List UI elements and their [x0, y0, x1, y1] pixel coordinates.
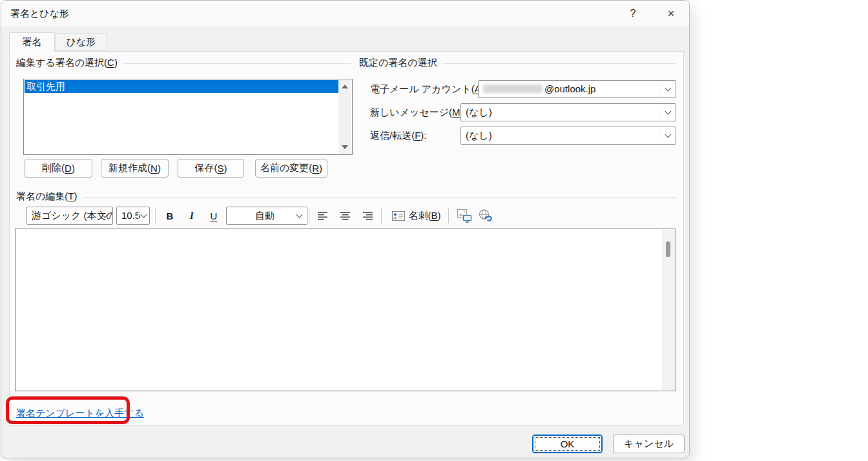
- get-signature-templates-link[interactable]: 署名テンプレートを入手する: [16, 407, 144, 420]
- italic-button[interactable]: I: [183, 207, 200, 225]
- default-group-label: 既定の署名の選択: [359, 57, 437, 69]
- tab-signature[interactable]: 署名: [9, 32, 55, 52]
- edit-select-group-label: 編集する署名の選択(C): [16, 57, 118, 69]
- new-message-value: (なし): [466, 107, 492, 118]
- new-message-label: 新しいメッセージ(M):: [370, 103, 466, 121]
- save-button[interactable]: 保存(S): [178, 159, 244, 178]
- screen: 署名とひな形 ? × 署名 ひな形 編集する署名の選択(C) 取引先用: [0, 0, 868, 461]
- insert-picture-button[interactable]: [455, 207, 473, 225]
- business-card-button[interactable]: 名刺(B): [388, 207, 446, 225]
- rename-button[interactable]: 名前の変更(R): [255, 159, 327, 178]
- account-combobox[interactable]: @outlook.jp: [478, 80, 676, 98]
- group-divider: [123, 63, 351, 64]
- list-item[interactable]: 取引先用: [25, 80, 338, 93]
- align-center-button[interactable]: [338, 207, 353, 225]
- tab-stationery-label: ひな形: [67, 36, 96, 48]
- dialog-titlebar: 署名とひな形 ? ×: [1, 1, 689, 26]
- font-size-combobox[interactable]: 10.5: [116, 207, 150, 225]
- group-divider: [83, 197, 676, 198]
- signature-tab-panel: 編集する署名の選択(C) 取引先用 削除(D) 新規作成(N) 保存(S) 名: [9, 51, 684, 425]
- account-value: @outlook.jp: [544, 83, 595, 94]
- redacted-account-name: [483, 85, 542, 93]
- close-button[interactable]: ×: [659, 4, 683, 23]
- align-center-icon: [340, 212, 351, 220]
- editor-scrollbar-thumb[interactable]: [666, 241, 670, 257]
- reply-forward-value: (なし): [466, 130, 492, 141]
- bold-button[interactable]: B: [161, 207, 178, 225]
- font-size-value: 10.5: [121, 210, 140, 221]
- insert-picture-icon: [457, 209, 472, 223]
- toolbar-separator: [381, 209, 382, 223]
- group-divider: [443, 63, 676, 64]
- help-icon: ?: [630, 8, 636, 19]
- edit-group-label: 署名の編集(T): [16, 190, 78, 203]
- business-card-icon: [392, 211, 405, 221]
- reply-forward-label: 返信/転送(F):: [370, 127, 427, 145]
- insert-hyperlink-icon: [478, 209, 492, 222]
- signatures-dialog: 署名とひな形 ? × 署名 ひな形 編集する署名の選択(C) 取引先用: [1, 0, 690, 458]
- signature-listbox[interactable]: 取引先用: [23, 79, 353, 155]
- scroll-up-icon[interactable]: [342, 85, 348, 88]
- help-button[interactable]: ?: [621, 4, 645, 23]
- toolbar-separator: [448, 209, 449, 223]
- default-group-header: 既定の署名の選択: [359, 57, 676, 68]
- align-left-button[interactable]: [315, 207, 331, 225]
- dialog-title: 署名とひな形: [10, 8, 69, 20]
- dropdown-zone[interactable]: [98, 208, 112, 223]
- insert-hyperlink-button[interactable]: [476, 207, 494, 225]
- new-message-combobox[interactable]: (なし): [460, 103, 676, 121]
- chevron-down-icon: [665, 108, 672, 115]
- toolbar-separator: [309, 209, 309, 223]
- signature-editor[interactable]: [15, 229, 676, 391]
- delete-button[interactable]: 削除(D): [25, 159, 92, 178]
- reply-forward-combobox[interactable]: (なし): [460, 127, 676, 145]
- edit-select-group-header: 編集する署名の選択(C): [16, 57, 351, 68]
- tab-stationery[interactable]: ひな形: [55, 33, 107, 51]
- dropdown-zone[interactable]: [292, 208, 307, 223]
- chevron-down-icon: [102, 212, 108, 218]
- align-right-button[interactable]: [360, 207, 376, 225]
- chevron-down-icon: [296, 212, 303, 218]
- business-card-label: 名刺(B): [408, 210, 440, 222]
- scroll-down-icon[interactable]: [342, 145, 348, 149]
- align-right-icon: [363, 212, 373, 220]
- new-button[interactable]: 新規作成(N): [101, 159, 169, 178]
- dropdown-zone[interactable]: [661, 128, 676, 143]
- chevron-down-icon: [141, 212, 147, 218]
- align-left-icon: [318, 212, 328, 220]
- editor-scrollbar[interactable]: [662, 230, 675, 390]
- font-name-combobox[interactable]: 游ゴシック (本文の: [26, 207, 113, 225]
- chevron-down-icon: [665, 85, 672, 92]
- dropdown-zone[interactable]: [661, 81, 676, 97]
- dropdown-zone[interactable]: [661, 105, 676, 120]
- font-color-value: 自動: [255, 210, 274, 221]
- close-icon: ×: [668, 7, 675, 21]
- toolbar-separator: [155, 209, 156, 223]
- cancel-button[interactable]: キャンセル: [613, 435, 685, 453]
- dropdown-zone[interactable]: [138, 208, 149, 223]
- ok-button[interactable]: OK: [532, 435, 603, 453]
- chevron-down-icon: [665, 132, 672, 138]
- signature-editor-text[interactable]: [16, 230, 661, 390]
- account-label: 電子メール アカウント(A):: [370, 80, 487, 98]
- edit-group-header: 署名の編集(T): [16, 190, 676, 202]
- font-color-combobox[interactable]: 自動: [226, 207, 307, 225]
- tab-signature-label: 署名: [23, 36, 42, 48]
- listbox-scrollbar[interactable]: [338, 80, 351, 154]
- underline-button[interactable]: U: [205, 207, 222, 225]
